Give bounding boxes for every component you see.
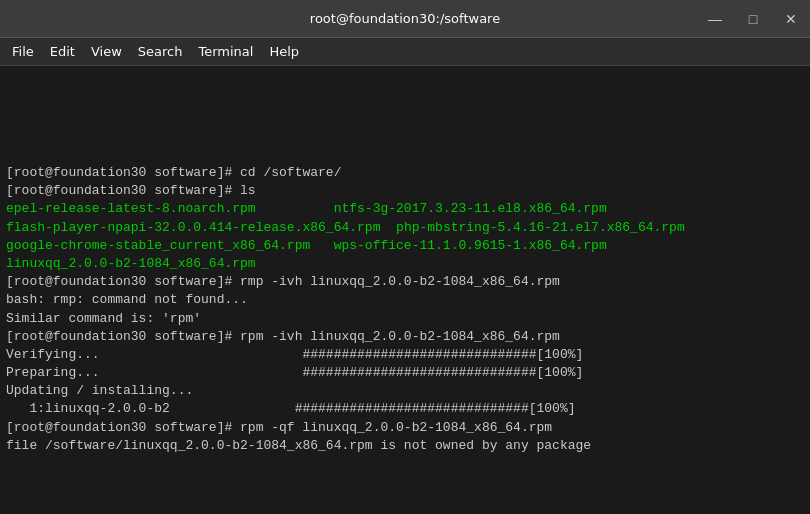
menu-file[interactable]: File (4, 40, 42, 64)
terminal-line-2: [root@foundation30 software]# ls (6, 182, 804, 200)
minimize-button[interactable]: — (696, 0, 734, 38)
terminal-bash-error: bash: rmp: command not found... (6, 291, 804, 309)
terminal-line-1: [root@foundation30 software]# cd /softwa… (6, 164, 804, 182)
terminal-ls-line-3: google-chrome-stable_current_x86_64.rpm … (6, 237, 804, 255)
window-controls: — □ ✕ (696, 0, 810, 38)
menu-view[interactable]: View (83, 40, 130, 64)
terminal-window: root@foundation30:/software — □ ✕ File E… (0, 0, 810, 514)
menu-edit[interactable]: Edit (42, 40, 83, 64)
menu-terminal[interactable]: Terminal (190, 40, 261, 64)
terminal-line-rmp: [root@foundation30 software]# rmp -ivh l… (6, 273, 804, 291)
menu-search[interactable]: Search (130, 40, 191, 64)
title-bar: root@foundation30:/software — □ ✕ (0, 0, 810, 38)
terminal-verifying: Verifying... ###########################… (6, 346, 804, 364)
window-title: root@foundation30:/software (310, 11, 500, 26)
terminal-not-owned: file /software/linuxqq_2.0.0-b2-1084_x86… (6, 437, 804, 455)
terminal-preparing: Preparing... ###########################… (6, 364, 804, 382)
terminal-rpm-qf: [root@foundation30 software]# rpm -qf li… (6, 419, 804, 437)
terminal-similar-cmd: Similar command is: 'rpm' (6, 310, 804, 328)
terminal-ls-line-2: flash-player-npapi-32.0.0.414-release.x8… (6, 219, 804, 237)
terminal-body[interactable]: [root@foundation30 software]# cd /softwa… (0, 66, 810, 514)
terminal-line-rpm: [root@foundation30 software]# rpm -ivh l… (6, 328, 804, 346)
menu-bar: File Edit View Search Terminal Help (0, 38, 810, 66)
menu-help[interactable]: Help (261, 40, 307, 64)
empty-space (6, 74, 804, 164)
terminal-updating: Updating / installing... (6, 382, 804, 400)
terminal-ls-line-4: linuxqq_2.0.0-b2-1084_x86_64.rpm (6, 255, 804, 273)
terminal-ls-line-1: epel-release-latest-8.noarch.rpm ntfs-3g… (6, 200, 804, 218)
close-button[interactable]: ✕ (772, 0, 810, 38)
terminal-installing: 1:linuxqq-2.0.0-b2 #####################… (6, 400, 804, 418)
maximize-button[interactable]: □ (734, 0, 772, 38)
